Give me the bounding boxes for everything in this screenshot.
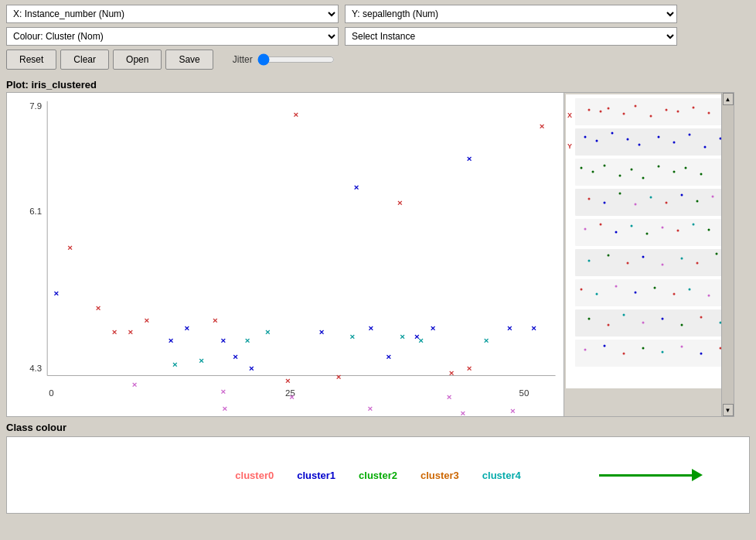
- plot-title: Plot: iris_clustered: [0, 76, 756, 92]
- svg-text:×: ×: [540, 121, 545, 131]
- svg-point-136: [623, 314, 625, 316]
- svg-point-76: [708, 112, 710, 114]
- cluster0-label: cluster0: [235, 470, 274, 481]
- svg-point-109: [615, 231, 618, 234]
- svg-point-105: [712, 196, 714, 198]
- svg-point-87: [581, 167, 583, 169]
- cluster4-label: cluster4: [482, 470, 521, 481]
- svg-text:×: ×: [431, 323, 436, 333]
- svg-point-71: [635, 105, 637, 108]
- svg-point-112: [662, 227, 664, 229]
- svg-point-124: [716, 253, 718, 255]
- svg-point-110: [631, 225, 633, 227]
- svg-point-139: [681, 324, 683, 326]
- svg-point-114: [693, 224, 695, 226]
- svg-point-142: [584, 349, 587, 351]
- svg-text:×: ×: [460, 408, 465, 416]
- save-button[interactable]: Save: [165, 50, 213, 70]
- colour-dropdown[interactable]: Colour: Cluster (Nom): [6, 27, 339, 46]
- svg-text:×: ×: [132, 380, 138, 389]
- svg-point-132: [708, 295, 710, 297]
- svg-point-69: [608, 108, 610, 110]
- svg-text:×: ×: [467, 154, 472, 163]
- svg-rect-60: [575, 159, 726, 186]
- svg-rect-62: [575, 219, 726, 246]
- svg-text:×: ×: [386, 352, 391, 361]
- svg-point-70: [623, 113, 625, 115]
- svg-point-137: [642, 322, 645, 324]
- svg-point-85: [704, 146, 707, 149]
- svg-text:×: ×: [172, 360, 178, 369]
- x-axis-min: 0: [49, 388, 53, 398]
- svg-point-134: [588, 318, 591, 320]
- svg-point-125: [581, 289, 583, 291]
- svg-point-128: [635, 292, 637, 294]
- svg-point-89: [604, 165, 606, 167]
- svg-text:×: ×: [199, 356, 204, 365]
- scatter-svg: 7.9 6.1 4.3 0 25 50 × × × × × × × × × × …: [7, 93, 564, 416]
- svg-point-72: [650, 115, 652, 118]
- svg-point-129: [654, 287, 656, 289]
- cluster2-label: cluster2: [359, 470, 397, 481]
- svg-text:×: ×: [185, 323, 190, 333]
- reset-button[interactable]: Reset: [6, 50, 56, 70]
- svg-rect-66: [575, 340, 726, 367]
- svg-point-93: [658, 166, 660, 168]
- svg-text:×: ×: [319, 327, 325, 337]
- svg-text:×: ×: [367, 404, 373, 413]
- svg-point-99: [619, 193, 621, 195]
- svg-point-77: [584, 136, 587, 138]
- svg-point-107: [584, 228, 587, 231]
- svg-text:×: ×: [467, 364, 472, 373]
- thumbnail-svg: X Y: [566, 94, 732, 388]
- svg-point-138: [662, 318, 664, 320]
- jitter-slider[interactable]: [257, 53, 335, 66]
- select-instance-dropdown[interactable]: Select Instance: [345, 27, 677, 46]
- svg-point-122: [681, 258, 683, 260]
- svg-point-75: [693, 107, 695, 109]
- svg-point-144: [623, 353, 625, 355]
- svg-point-104: [696, 200, 699, 203]
- svg-point-130: [673, 293, 676, 296]
- scroll-down-button[interactable]: ▼: [723, 404, 734, 416]
- clear-button[interactable]: Clear: [60, 50, 109, 70]
- open-button[interactable]: Open: [113, 50, 162, 70]
- svg-point-119: [627, 262, 629, 265]
- svg-text:×: ×: [484, 336, 489, 345]
- svg-point-126: [596, 293, 598, 296]
- svg-point-95: [685, 167, 687, 169]
- svg-point-90: [619, 175, 621, 177]
- svg-text:×: ×: [221, 336, 226, 345]
- y-axis-max: 7.9: [29, 101, 42, 111]
- x-axis-dropdown[interactable]: X: Instance_number (Num): [6, 5, 339, 23]
- svg-point-94: [673, 171, 676, 173]
- jitter-label: Jitter: [233, 54, 253, 65]
- x-axis-max: 50: [519, 388, 530, 398]
- cluster1-label: cluster1: [297, 470, 335, 481]
- svg-point-115: [708, 229, 710, 231]
- y-axis-dropdown[interactable]: Y: sepallength (Num): [345, 5, 677, 23]
- svg-point-83: [673, 142, 676, 144]
- legend-content: cluster0 cluster1 cluster2 cluster3 clus…: [6, 436, 750, 514]
- svg-point-108: [600, 224, 602, 226]
- legend-title: Class colour: [6, 422, 750, 433]
- svg-text:×: ×: [213, 316, 218, 325]
- svg-text:×: ×: [169, 336, 174, 345]
- svg-text:×: ×: [54, 289, 60, 298]
- svg-text:×: ×: [221, 387, 226, 396]
- svg-text:×: ×: [289, 392, 295, 402]
- svg-point-82: [658, 136, 660, 138]
- svg-point-140: [700, 316, 703, 319]
- svg-point-146: [662, 351, 664, 354]
- svg-point-120: [642, 256, 645, 258]
- svg-text:×: ×: [336, 372, 342, 381]
- svg-text:×: ×: [531, 323, 536, 333]
- svg-point-96: [700, 173, 703, 176]
- svg-point-121: [662, 264, 664, 266]
- svg-point-78: [596, 140, 598, 142]
- scroll-up-button[interactable]: ▲: [723, 93, 734, 105]
- cluster3-label: cluster3: [421, 470, 459, 481]
- svg-text:×: ×: [354, 183, 359, 192]
- svg-rect-64: [575, 279, 726, 306]
- svg-point-131: [689, 289, 691, 291]
